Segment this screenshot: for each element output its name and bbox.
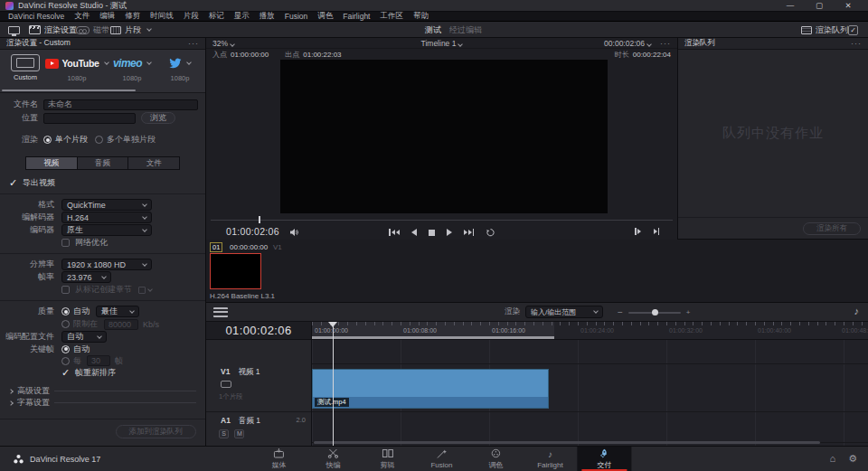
tab-audio[interactable]: 音频 — [78, 156, 129, 170]
audio-waveform-icon[interactable]: ♪ — [854, 306, 860, 316]
render-settings-menu-button[interactable]: ··· — [188, 39, 199, 48]
home-icon[interactable]: ⌂ — [829, 453, 835, 465]
resolution-select[interactable]: 1920 x 1080 HD — [61, 259, 152, 270]
subtitle-settings-toggle[interactable]: 字幕设置 — [9, 397, 196, 409]
render-settings-button[interactable]: 渲染设置 — [29, 22, 77, 38]
presets-scrollbar[interactable] — [2, 89, 136, 91]
menu-help[interactable]: 帮助 — [413, 11, 429, 22]
preset-vimeo[interactable]: vimeo 1080p — [108, 54, 156, 82]
single-clip-monitor-button[interactable] — [8, 22, 20, 38]
frame-reordering-checkbox[interactable] — [61, 369, 70, 377]
advanced-settings-toggle[interactable]: 高级设置 — [9, 385, 196, 397]
menu-mark[interactable]: 标记 — [209, 11, 224, 22]
individual-clips-radio[interactable] — [95, 136, 103, 144]
tape-button[interactable]: 磁带 — [76, 22, 109, 38]
close-button[interactable]: ✕ — [834, 1, 863, 10]
clip-thumbnail[interactable] — [210, 253, 261, 289]
zoom-out-icon[interactable]: − — [618, 307, 623, 317]
timeline-video-clip[interactable]: 测试.mp4 — [312, 369, 549, 409]
preset-twitter[interactable]: 1080p — [161, 54, 199, 82]
page-deliver[interactable]: 交付 — [577, 447, 631, 471]
stop-button[interactable] — [427, 228, 437, 238]
single-clip-radio[interactable] — [43, 136, 52, 144]
timeline-selector[interactable]: Timeline 1 — [206, 39, 677, 48]
page-fairlight[interactable]: ♪ Fairlight — [523, 447, 577, 471]
mute-button[interactable]: M — [234, 429, 244, 438]
timeline-tracks[interactable]: 测试.mp4 — [312, 340, 868, 446]
mute-audio-button[interactable] — [289, 228, 298, 237]
play-button[interactable] — [445, 227, 454, 238]
menu-fairlight[interactable]: Fairlight — [343, 12, 370, 21]
quality-level-select[interactable]: 最佳 — [96, 306, 139, 317]
render-range-select[interactable]: 输入/输出范围 — [525, 306, 603, 318]
goto-out-button[interactable] — [652, 226, 662, 237]
playhead-line[interactable] — [333, 322, 334, 446]
page-cut[interactable]: 快编 — [306, 447, 360, 471]
browse-button[interactable]: 浏览 — [141, 112, 175, 124]
loop-button[interactable] — [484, 226, 497, 239]
minimize-button[interactable]: — — [776, 1, 805, 10]
menu-color[interactable]: 调色 — [317, 11, 333, 22]
tab-video[interactable]: 视频 — [25, 156, 78, 170]
tab-file[interactable]: 文件 — [128, 156, 180, 170]
first-frame-button[interactable] — [387, 227, 401, 238]
add-to-render-queue-button[interactable]: 添加到渲染队列 — [116, 425, 197, 438]
menu-fusion[interactable]: Fusion — [285, 12, 308, 21]
menu-workspace[interactable]: 工作区 — [380, 11, 403, 22]
timeline-ruler[interactable]: 01:00:00:00 01:00:08:00 01:00:16:00 01:0… — [312, 322, 868, 340]
video-preview[interactable] — [280, 60, 608, 213]
play-reverse-button[interactable] — [410, 227, 419, 238]
menu-davinci-resolve[interactable]: DaVinci Resolve — [8, 12, 64, 21]
last-frame-button[interactable] — [462, 227, 476, 238]
page-edit[interactable]: 剪辑 — [360, 447, 414, 471]
bitrate-input[interactable]: 80000 — [104, 319, 138, 330]
keyframes-auto-radio[interactable] — [61, 345, 70, 353]
render-all-button[interactable]: 渲染所有 — [803, 222, 861, 235]
chevron-down-icon — [142, 214, 147, 220]
framerate-select[interactable]: 23.976 — [61, 271, 111, 283]
quality-restrict-radio[interactable] — [61, 320, 70, 328]
menu-timeline[interactable]: 时间线 — [150, 11, 174, 22]
filename-input[interactable]: 未命名 — [43, 99, 198, 110]
codec-select[interactable]: H.264 — [61, 212, 152, 223]
render-queue-menu-button[interactable]: ··· — [851, 39, 862, 48]
settings-gear-icon[interactable]: ⚙ — [848, 453, 857, 465]
page-media[interactable]: 媒体 — [251, 447, 306, 471]
menu-clip[interactable]: 片段 — [184, 11, 199, 22]
render-queue-toggle-button[interactable]: 渲染队列 — [801, 22, 848, 38]
menu-edit[interactable]: 编辑 — [99, 11, 115, 22]
timeline-options-icon[interactable] — [213, 307, 228, 317]
timeline-horizontal-scrollbar[interactable] — [314, 441, 820, 444]
keyframe-interval-input[interactable]: 30 — [87, 355, 110, 366]
zoom-in-icon[interactable]: + — [686, 308, 691, 316]
track-v1-id[interactable]: V1 — [221, 367, 230, 378]
page-fusion[interactable]: Fusion — [414, 447, 468, 471]
menu-playback[interactable]: 播放 — [259, 11, 275, 22]
goto-in-button[interactable] — [633, 226, 643, 237]
menu-view[interactable]: 显示 — [234, 11, 250, 22]
render-queue-visibility-toggle[interactable]: ✓ — [848, 22, 858, 38]
scrubber-playhead[interactable] — [259, 216, 260, 223]
encoder-select[interactable]: 原生 — [61, 224, 152, 236]
quality-auto-radio[interactable] — [61, 307, 70, 316]
keyframes-every-radio[interactable] — [61, 357, 70, 365]
zoom-slider-knob[interactable] — [652, 309, 658, 316]
encoding-profile-select[interactable]: 自动 — [61, 331, 107, 343]
chapters-checkbox[interactable] — [61, 286, 70, 294]
preset-custom[interactable]: Custom — [4, 54, 47, 81]
timeline-zoom-slider[interactable] — [628, 312, 681, 314]
location-input[interactable] — [43, 113, 136, 124]
render-range-bar[interactable] — [312, 336, 554, 339]
page-color[interactable]: 调色 — [468, 447, 523, 471]
viewer-scrubber[interactable] — [211, 220, 673, 221]
network-optimization-checkbox[interactable] — [61, 239, 70, 247]
track-a1-id[interactable]: A1 — [221, 416, 231, 427]
format-select[interactable]: QuickTime — [61, 199, 152, 211]
preset-youtube[interactable]: YouTube 1080p — [51, 54, 103, 82]
export-video-checkbox[interactable] — [9, 179, 17, 187]
clip-view-selector[interactable]: 片段 — [110, 22, 151, 38]
maximize-button[interactable]: ▢ — [805, 1, 834, 10]
menu-file[interactable]: 文件 — [74, 11, 90, 22]
menu-trim[interactable]: 修剪 — [125, 11, 140, 22]
solo-button[interactable]: S — [219, 429, 229, 438]
